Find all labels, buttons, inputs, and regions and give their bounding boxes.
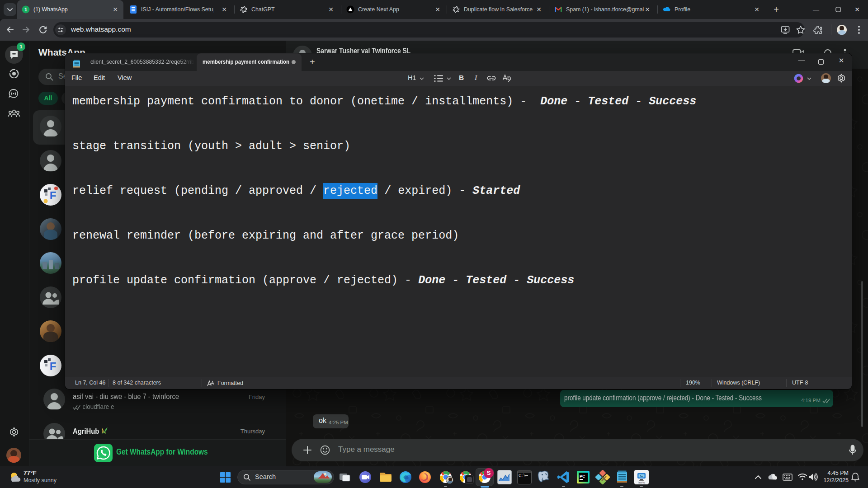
svg-text:F: F <box>50 360 57 372</box>
svg-text:PC: PC <box>580 474 585 479</box>
svg-text:1: 1 <box>24 7 27 12</box>
svg-text:Get: Get <box>640 475 643 478</box>
svg-text:F: F <box>50 189 57 202</box>
svg-text:TaskPro: TaskPro <box>638 482 646 484</box>
